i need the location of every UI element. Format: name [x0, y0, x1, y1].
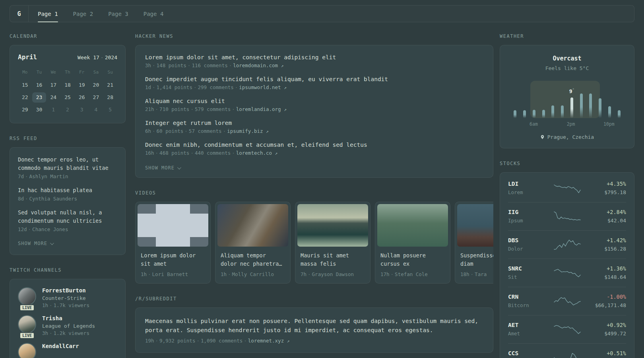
- stock-symbol[interactable]: IIG: [508, 209, 546, 215]
- video-card[interactable]: Mauris sit amet massa felis 7h·Grayson D…: [295, 202, 370, 284]
- page-tab[interactable]: Page 3: [101, 6, 136, 22]
- stock-symbol[interactable]: CCS: [508, 350, 546, 356]
- post-url-link[interactable]: loremnet.xyz ↗: [248, 338, 289, 344]
- stock-symbol[interactable]: AET: [508, 322, 546, 328]
- twitch-channel-info: ForrestBurton Counter-Strike 1h·1.7k vie…: [42, 287, 89, 308]
- weather-feels-like: Feels like 5°C: [508, 65, 626, 71]
- dot-separator: ·: [154, 150, 160, 156]
- rss-item-meta: 12d·Chance Jones: [18, 226, 117, 232]
- hackernews-comments-link[interactable]: 440 comments: [195, 150, 231, 156]
- video-card[interactable]: Aliquam tempor dolor nec pharetra… 1h·Mo…: [215, 202, 291, 284]
- hackernews-story-title[interactable]: Aliquam nec cursus elit: [145, 98, 483, 104]
- hackernews-comments-link[interactable]: 116 comments: [192, 62, 227, 68]
- external-link-icon: ↗: [284, 107, 287, 112]
- chevron-down-icon: [50, 241, 54, 245]
- hackernews-story-title[interactable]: Integer eget rutrum lorem: [145, 120, 483, 126]
- page-tab[interactable]: Page 1: [30, 6, 66, 22]
- dot-separator: ·: [48, 330, 54, 336]
- stock-price: $795.18: [588, 189, 626, 195]
- twitch-channel-name[interactable]: Trisha: [42, 315, 95, 321]
- hackernews-section-title: HACKER NEWS: [135, 33, 493, 39]
- twitch-channel[interactable]: KendallCarr: [18, 343, 117, 358]
- video-card[interactable]: Lorem ipsum dolor sit amet consectetu… 1…: [135, 202, 211, 284]
- twitch-channel-info: Trisha League of Legends 3h·1.2k viewers: [42, 315, 95, 336]
- stock-info: LDI Lorem: [508, 181, 546, 195]
- subreddit-card: Maecenas mollis pulvinar erat non posuer…: [135, 307, 493, 353]
- stock-sparkline: [546, 323, 588, 336]
- hackernews-story-title[interactable]: Donec imperdiet augue tincidunt felis al…: [145, 76, 483, 82]
- stock-change: +2.84%: [588, 209, 626, 215]
- subreddit-post-title[interactable]: Maecenas mollis pulvinar erat non posuer…: [145, 317, 483, 335]
- stock-change: +0.92%: [588, 322, 626, 328]
- weather-location-text: Prague, Czechia: [547, 134, 594, 140]
- video-thumbnail[interactable]: [297, 204, 368, 247]
- calendar-day: 3: [75, 105, 89, 115]
- video-thumbnail[interactable]: [377, 204, 448, 247]
- stock-info: DBS Dolor: [508, 237, 546, 252]
- subreddit-post-meta: 19h·9,932 points·1,090 comments·loremnet…: [145, 338, 483, 344]
- video-meta: 7h·Grayson Dawson: [301, 271, 365, 277]
- stock-symbol[interactable]: LDI: [508, 181, 546, 187]
- stock-name: Amet: [508, 331, 546, 337]
- dot-separator: ·: [48, 302, 54, 308]
- dot-separator: ·: [154, 106, 160, 112]
- video-title[interactable]: Nullam posuere cursus ex: [380, 251, 445, 268]
- rss-item-author: Ashlyn Martin: [29, 173, 68, 179]
- hackernews-comments-link[interactable]: 57 comments: [189, 128, 222, 134]
- twitch-channel-name[interactable]: ForrestBurton: [42, 287, 89, 294]
- rss-item-title[interactable]: In hac habitasse platea: [18, 186, 117, 195]
- hackernews-url-link[interactable]: loremlandia.org ↗: [236, 106, 287, 112]
- stock-symbol[interactable]: CRN: [508, 294, 546, 300]
- dot-separator: ·: [151, 62, 157, 68]
- twitch-section-title: TWITCH CHANNELS: [10, 267, 126, 273]
- app-logo[interactable]: G: [10, 6, 29, 22]
- twitch-channel-name[interactable]: KendallCarr: [42, 343, 79, 349]
- hackernews-story: Lorem ipsum dolor sit amet, consectetur …: [145, 54, 483, 68]
- video-title[interactable]: Aliquam tempor dolor nec pharetra…: [221, 251, 285, 268]
- hackernews-url-link[interactable]: ipsumify.biz ↗: [227, 128, 268, 134]
- stock-sparkline: [546, 182, 588, 195]
- video-title[interactable]: Suspendisse diam: [460, 251, 493, 268]
- video-card[interactable]: Nullam posuere cursus ex 17h·Stefan Cole: [375, 202, 450, 284]
- hackernews-url-link[interactable]: loremdomain.com ↗: [233, 62, 283, 68]
- twitch-channel[interactable]: LIVE Trisha League of Legends 3h·1.2k vi…: [18, 315, 117, 336]
- weather-hour-labels: 6am2pm10pm: [510, 121, 624, 127]
- rss-item-title[interactable]: Donec tempor eros leo, ut commodo mauris…: [18, 156, 117, 172]
- hackernews-story-title[interactable]: Donec enim nibh, condimentum et accumsan…: [145, 142, 483, 148]
- hackernews-show-more-button[interactable]: SHOW MORE: [145, 165, 180, 171]
- video-card[interactable]: Suspendisse diam 18h·Tara: [455, 202, 493, 284]
- dot-separator: ·: [183, 128, 189, 134]
- weather-bar: [520, 82, 530, 118]
- page-tab[interactable]: Page 4: [136, 6, 171, 22]
- video-title[interactable]: Mauris sit amet massa felis: [301, 251, 365, 268]
- page-tab[interactable]: Page 2: [66, 6, 101, 22]
- hackernews-url-link[interactable]: ipsumworld.net ↗: [239, 84, 287, 90]
- top-navbar: G Page 1 Page 2 Page 3 Page 4: [10, 5, 634, 22]
- hackernews-url-link[interactable]: loremtech.co ↗: [236, 150, 277, 156]
- calendar-weekday: We: [46, 68, 60, 78]
- post-time: 19h: [145, 338, 154, 344]
- rss-section-title: RSS FEED: [10, 136, 126, 141]
- hackernews-comments-link[interactable]: 579 comments: [195, 106, 231, 112]
- stock-symbol[interactable]: SNRC: [508, 265, 546, 272]
- video-thumbnail[interactable]: [457, 204, 493, 247]
- stock-change: +1.42%: [588, 237, 626, 243]
- stock-symbol[interactable]: DBS: [508, 237, 546, 243]
- video-thumbnail[interactable]: [138, 204, 208, 247]
- calendar-day: 19: [75, 80, 89, 90]
- weather-hour-label: [510, 121, 520, 127]
- video-title[interactable]: Lorem ipsum dolor sit amet consectetu…: [141, 251, 205, 268]
- stock-values: +4.35% $795.18: [588, 181, 626, 195]
- post-comments[interactable]: 1,090 comments: [201, 338, 242, 344]
- stock-row: CRN Bitcorn -1.00% $66,171.48: [508, 287, 626, 315]
- rss-card: Donec tempor eros leo, ut commodo mauris…: [10, 147, 126, 255]
- video-thumbnail[interactable]: [217, 204, 288, 247]
- calendar-day: 5: [103, 105, 117, 115]
- hackernews-comments-link[interactable]: 299 comments: [198, 84, 233, 90]
- rss-item-title[interactable]: Sed volutpat nulla nisl, a condimentum n…: [18, 208, 117, 225]
- hackernews-story-title[interactable]: Lorem ipsum dolor sit amet, consectetur …: [145, 54, 483, 60]
- twitch-channel-meta: 3h·1.2k viewers: [42, 330, 95, 336]
- twitch-channel[interactable]: LIVE ForrestBurton Counter-Strike 1h·1.7…: [18, 287, 117, 308]
- stock-sparkline: [546, 267, 588, 279]
- rss-show-more-button[interactable]: SHOW MORE: [18, 241, 53, 246]
